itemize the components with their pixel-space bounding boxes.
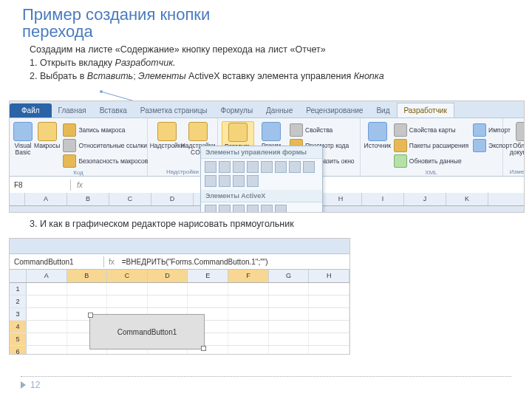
row-1[interactable]: 1: [10, 283, 27, 295]
export-icon: [473, 139, 486, 152]
col2-D[interactable]: D: [148, 270, 188, 282]
refresh-icon: [394, 154, 407, 168]
select-all-corner-2[interactable]: [10, 270, 27, 282]
com-icon: [188, 122, 208, 141]
col-A[interactable]: A: [25, 193, 67, 205]
row-5[interactable]: 5: [10, 333, 27, 345]
col2-B[interactable]: B: [67, 270, 108, 282]
refresh-data-button[interactable]: Обновить данные: [392, 154, 470, 168]
activex-ico[interactable]: [205, 205, 216, 213]
col2-A[interactable]: A: [27, 270, 67, 282]
import-icon: [473, 123, 486, 137]
visual-basic-button[interactable]: Visual Basic: [13, 121, 33, 168]
intro-line0: Создадим на листе «Содержание» кнопку пе…: [30, 43, 502, 56]
col-I[interactable]: I: [362, 193, 404, 205]
map-props-button[interactable]: Свойства карты: [392, 123, 470, 137]
addins-button[interactable]: Надстройки: [151, 121, 183, 156]
source-button[interactable]: Источник: [364, 121, 391, 168]
row-2[interactable]: 2: [10, 296, 27, 307]
commandbutton-shape[interactable]: CommandButton1: [89, 314, 205, 349]
quick-access-toolbar: [10, 239, 349, 254]
group-docpanel: Область документа Изменение: [503, 118, 525, 176]
col2-C[interactable]: C: [107, 270, 148, 282]
form-ico[interactable]: [303, 161, 315, 173]
source-icon: [368, 122, 387, 141]
tab-file[interactable]: Файл: [10, 103, 52, 117]
row-4[interactable]: 4: [10, 321, 27, 332]
record-macro-button[interactable]: Запись макроса: [61, 123, 149, 137]
slide-title: Пример создания кнопки перехода: [22, 6, 210, 40]
macros-icon: [38, 122, 57, 141]
form-ico[interactable]: [219, 161, 231, 173]
select-all-corner[interactable]: [10, 193, 25, 205]
col2-G[interactable]: G: [269, 270, 310, 282]
col-B[interactable]: B: [67, 193, 109, 205]
form-ico[interactable]: [233, 175, 245, 187]
formula-input[interactable]: =ВНЕДРИТЬ("Forms.CommandButton.1";""): [119, 258, 349, 266]
tab-pagelayout[interactable]: Разметка страницы: [134, 103, 214, 117]
form-ico[interactable]: [289, 161, 301, 173]
col2-F[interactable]: F: [228, 270, 269, 282]
col-K[interactable]: K: [446, 193, 488, 205]
col2-E[interactable]: E: [188, 270, 228, 282]
form-ico[interactable]: [275, 161, 287, 173]
relative-refs-button[interactable]: Относительные ссылки: [61, 138, 149, 153]
insert-icon: [228, 123, 248, 142]
name-box[interactable]: F8: [10, 180, 71, 191]
group-docpanel-label: Изменение: [507, 168, 525, 175]
group-code-label: Код: [13, 168, 143, 176]
row-3[interactable]: 3: [10, 308, 27, 320]
form-ico[interactable]: [219, 175, 231, 187]
col-C[interactable]: C: [109, 193, 151, 205]
screenshot-sheet: CommandButton1 fx =ВНЕДРИТЬ("Forms.Comma…: [9, 238, 350, 355]
intro-line2: 2. Выбрать в Вставить; Элементы ActiveX …: [30, 69, 502, 83]
group-code: Visual Basic Макросы Запись макроса Отно…: [10, 118, 148, 176]
name-box-2[interactable]: CommandButton1: [10, 256, 104, 267]
form-ico[interactable]: [261, 161, 273, 173]
group-xml-label: XML: [364, 168, 499, 176]
group-xml: Источник Свойства карты Пакеты расширени…: [361, 118, 503, 176]
tab-data[interactable]: Данные: [259, 103, 299, 117]
form-ico[interactable]: [247, 175, 259, 187]
activex-ico[interactable]: [247, 205, 259, 213]
form-ico[interactable]: [233, 161, 245, 173]
activex-ico[interactable]: [261, 205, 273, 213]
activex-ico[interactable]: [233, 205, 245, 213]
dd-form-body: [201, 159, 322, 190]
title-line2: перехода: [22, 22, 93, 41]
activex-ico[interactable]: [275, 205, 287, 213]
svg-point-0: [100, 90, 103, 93]
col-J[interactable]: J: [404, 193, 446, 205]
col-D[interactable]: D: [151, 193, 194, 205]
form-ico[interactable]: [247, 161, 259, 173]
form-ico[interactable]: [205, 161, 216, 173]
page-arrow-icon: [21, 381, 26, 389]
macro-security-button[interactable]: Безопасность макросов: [61, 154, 149, 168]
page-number: 12: [30, 380, 40, 390]
expansion-packs-button[interactable]: Пакеты расширения: [392, 138, 470, 153]
security-icon: [63, 154, 76, 168]
props-icon: [290, 123, 303, 137]
tab-view[interactable]: Вид: [369, 103, 396, 117]
macros-button[interactable]: Макросы: [34, 121, 60, 168]
fx-icon-2[interactable]: fx: [104, 258, 119, 266]
tab-formulas[interactable]: Формулы: [214, 103, 260, 117]
tab-developer[interactable]: Разработчик: [397, 103, 454, 117]
footer: 12: [21, 376, 511, 390]
fx-icon[interactable]: fx: [71, 181, 89, 189]
tab-home[interactable]: Главная: [52, 103, 93, 117]
col-H[interactable]: H: [320, 193, 362, 205]
col2-H[interactable]: H: [309, 270, 349, 282]
column-headers-2: A B C D E F G H: [10, 270, 349, 283]
properties-button[interactable]: Свойства: [288, 123, 356, 137]
formula-bar-2: CommandButton1 fx =ВНЕДРИТЬ("Forms.Comma…: [10, 254, 349, 270]
relref-icon: [63, 139, 76, 152]
row-6[interactable]: 6: [10, 346, 27, 355]
ribbon-tabstrip: Файл Главная Вставка Разметка страницы Ф…: [10, 101, 524, 118]
intro-line1: 1. Открыть вкладку Разработчик.: [30, 56, 502, 69]
doc-area-button[interactable]: Область документа: [507, 121, 525, 156]
activex-ico[interactable]: [219, 205, 231, 213]
tab-review[interactable]: Рецензирование: [299, 103, 369, 117]
tab-insert[interactable]: Вставка: [93, 103, 134, 117]
form-ico[interactable]: [205, 175, 216, 187]
